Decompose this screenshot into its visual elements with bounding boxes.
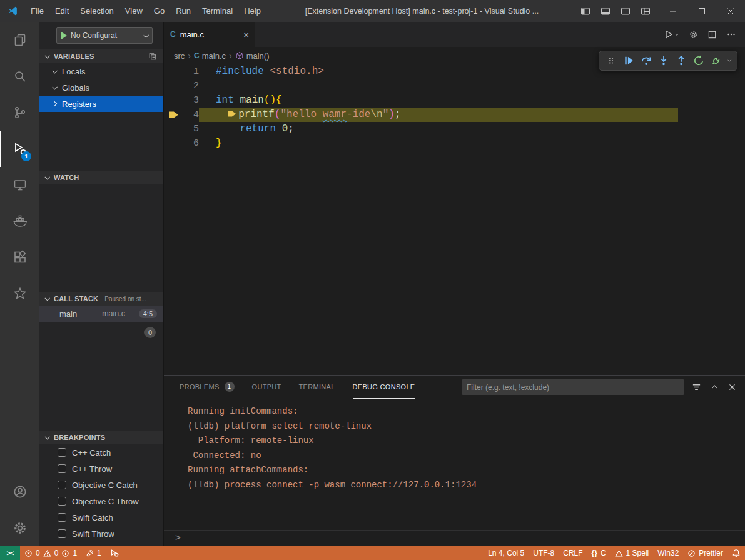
tab-main-c[interactable]: C main.c × bbox=[164, 22, 255, 47]
breakpoint-row[interactable]: Objective C Catch bbox=[39, 477, 163, 493]
code-text[interactable]: printf("hello wamr-ide\n"); bbox=[199, 108, 678, 122]
notifications-bell[interactable] bbox=[727, 546, 745, 560]
debug-session-indicator[interactable] bbox=[106, 546, 123, 560]
run-file-icon[interactable] bbox=[664, 29, 679, 39]
code-text[interactable]: int main(){ bbox=[199, 93, 282, 108]
breakpoint-checkbox[interactable] bbox=[58, 464, 66, 473]
activity-settings[interactable] bbox=[0, 510, 39, 546]
call-stack-section-header[interactable]: CALL STACK Paused on st... bbox=[39, 292, 163, 306]
activity-explorer[interactable] bbox=[0, 22, 39, 58]
menu-view[interactable]: View bbox=[119, 0, 148, 22]
debug-console-input[interactable]: > bbox=[164, 530, 745, 546]
breakpoints-section-header[interactable]: BREAKPOINTS bbox=[39, 431, 163, 444]
activity-source-control[interactable] bbox=[0, 94, 39, 131]
variables-item-locals[interactable]: Locals bbox=[39, 63, 163, 79]
breakpoint-checkbox[interactable] bbox=[58, 497, 66, 506]
activity-remote-explorer[interactable] bbox=[0, 167, 39, 203]
toggle-secondary-sidebar-icon[interactable] bbox=[617, 3, 634, 19]
collapse-all-icon[interactable] bbox=[148, 52, 157, 61]
tools-indicator[interactable]: 1 bbox=[81, 546, 106, 560]
spell-checker-indicator[interactable]: 1 Spell bbox=[611, 546, 654, 560]
breakpoint-checkbox[interactable] bbox=[58, 448, 66, 457]
menu-go[interactable]: Go bbox=[148, 0, 170, 22]
minimize-button[interactable] bbox=[659, 0, 687, 22]
chevron-down-icon[interactable] bbox=[725, 52, 734, 69]
remote-indicator[interactable]: >< bbox=[0, 546, 20, 560]
panel-tab-terminal[interactable]: TERMINAL bbox=[299, 376, 335, 399]
breakpoint-checkbox[interactable] bbox=[58, 481, 66, 489]
encoding-indicator[interactable]: UTF-8 bbox=[529, 546, 559, 560]
breadcrumb-item[interactable]: Cmain.c bbox=[194, 51, 226, 61]
start-debug-icon[interactable] bbox=[61, 32, 67, 39]
close-panel-icon[interactable] bbox=[728, 383, 736, 391]
wrench-icon bbox=[86, 549, 94, 558]
breadcrumb-item[interactable]: src bbox=[174, 51, 185, 61]
symbol-method-icon bbox=[235, 51, 244, 60]
formatter-indicator[interactable]: Prettier bbox=[683, 546, 727, 560]
language-mode[interactable]: {} C bbox=[587, 546, 611, 560]
maximize-button[interactable] bbox=[687, 0, 716, 22]
breakpoint-checkbox[interactable] bbox=[58, 513, 66, 522]
settings-icon[interactable] bbox=[689, 30, 698, 39]
platform-indicator[interactable]: Win32 bbox=[653, 546, 683, 560]
console-filter-input[interactable] bbox=[462, 379, 684, 395]
maximize-panel-icon[interactable] bbox=[711, 383, 719, 391]
breakpoint-row[interactable]: Swift Catch bbox=[39, 509, 163, 526]
restart-button[interactable] bbox=[690, 52, 707, 69]
more-actions-icon[interactable] bbox=[726, 29, 736, 39]
current-line-glyph[interactable] bbox=[164, 111, 180, 119]
menu-run[interactable]: Run bbox=[170, 0, 196, 22]
step-into-button[interactable] bbox=[655, 52, 672, 69]
split-editor-icon[interactable] bbox=[707, 30, 717, 39]
breakpoint-row[interactable]: C++ Throw bbox=[39, 461, 163, 477]
breadcrumb-item[interactable]: main() bbox=[235, 51, 270, 61]
activity-accounts[interactable] bbox=[0, 474, 39, 510]
toggle-sidebar-icon[interactable] bbox=[577, 3, 594, 19]
activity-run-debug[interactable]: 1 bbox=[0, 131, 39, 167]
stack-frame-row[interactable]: main main.c 4:5 bbox=[39, 306, 163, 322]
watch-section-header[interactable]: WATCH bbox=[39, 171, 163, 184]
variables-item-registers[interactable]: Registers bbox=[39, 96, 163, 112]
tab-bar: C main.c × bbox=[164, 22, 745, 47]
code-text[interactable]: } bbox=[199, 136, 222, 151]
code-editor[interactable]: 1#include <stdio.h>23int main(){4 printf… bbox=[164, 64, 745, 151]
disconnect-button[interactable] bbox=[707, 52, 724, 69]
panel-tab-output[interactable]: OUTPUT bbox=[252, 376, 281, 399]
continue-button[interactable] bbox=[620, 52, 637, 69]
activity-wamr-ide[interactable] bbox=[0, 276, 39, 312]
debug-configuration-dropdown[interactable]: No Configurat bbox=[56, 28, 153, 44]
close-tab-icon[interactable]: × bbox=[243, 29, 249, 40]
problems-indicator[interactable]: 0 0 1 bbox=[20, 546, 81, 560]
chevron-down-icon bbox=[44, 434, 49, 439]
code-text[interactable]: #include <stdio.h> bbox=[199, 64, 324, 79]
code-text[interactable]: return 0; bbox=[199, 122, 294, 136]
eol-indicator[interactable]: CRLF bbox=[559, 546, 587, 560]
menu-edit[interactable]: Edit bbox=[49, 0, 74, 22]
activity-docker[interactable] bbox=[0, 203, 39, 239]
breakpoint-row[interactable]: C++ Catch bbox=[39, 444, 163, 461]
debug-console-output[interactable]: Running initCommands:(lldb) platform sel… bbox=[164, 399, 745, 546]
menu-help[interactable]: Help bbox=[238, 0, 266, 22]
toggle-panel-icon[interactable] bbox=[597, 3, 614, 19]
breakpoint-row[interactable]: Objective C Throw bbox=[39, 493, 163, 509]
menu-selection[interactable]: Selection bbox=[74, 0, 119, 22]
step-over-button[interactable] bbox=[637, 52, 654, 69]
code-text[interactable] bbox=[199, 79, 216, 93]
cursor-position[interactable]: Ln 4, Col 5 bbox=[484, 546, 529, 560]
toolbar-gripper[interactable] bbox=[602, 52, 619, 69]
breakpoint-checkbox[interactable] bbox=[58, 529, 66, 538]
menu-terminal[interactable]: Terminal bbox=[196, 0, 238, 22]
variables-item-globals[interactable]: Globals bbox=[39, 79, 163, 96]
panel-tab-problems[interactable]: PROBLEMS1 bbox=[180, 376, 235, 399]
menu-file[interactable]: File bbox=[25, 0, 49, 22]
activity-search[interactable] bbox=[0, 58, 39, 94]
breakpoint-row[interactable]: Swift Throw bbox=[39, 526, 163, 542]
title-bar: FileEditSelectionViewGoRunTerminalHelp [… bbox=[0, 0, 745, 22]
panel-tab-debug-console[interactable]: DEBUG CONSOLE bbox=[353, 376, 415, 399]
step-out-button[interactable] bbox=[672, 52, 689, 69]
variables-section-header[interactable]: VARIABLES bbox=[39, 49, 163, 63]
customize-layout-icon[interactable] bbox=[637, 3, 654, 19]
activity-extensions[interactable] bbox=[0, 239, 39, 276]
close-button[interactable] bbox=[716, 0, 745, 22]
filter-options-icon[interactable] bbox=[692, 382, 701, 392]
